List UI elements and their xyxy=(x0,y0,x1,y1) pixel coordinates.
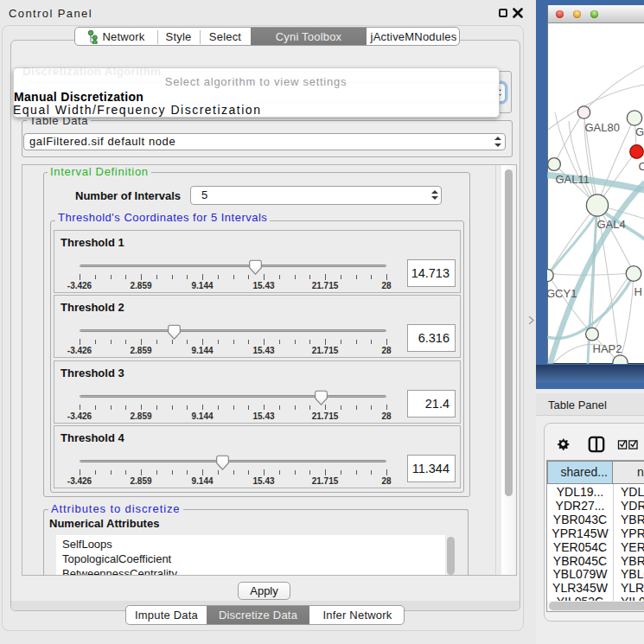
svg-text:GA: GA xyxy=(635,125,644,138)
svg-text:GCY1: GCY1 xyxy=(547,287,577,300)
svg-text:GAL80: GAL80 xyxy=(585,121,620,134)
svg-text:GAL4: GAL4 xyxy=(597,218,626,231)
svg-text:HAP2: HAP2 xyxy=(593,342,622,355)
svg-text:GAL11: GAL11 xyxy=(556,173,590,186)
svg-text:H: H xyxy=(634,285,642,298)
svg-text:C: C xyxy=(639,160,644,173)
